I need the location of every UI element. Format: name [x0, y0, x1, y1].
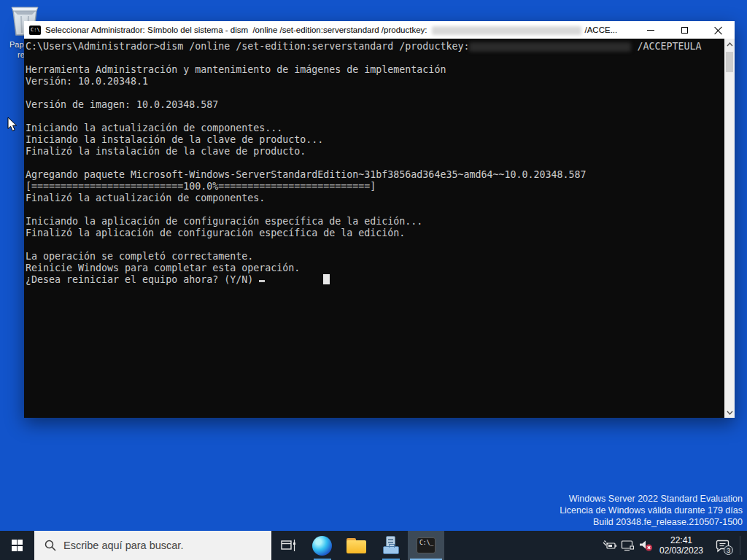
tray-divider	[740, 536, 740, 555]
console-screen[interactable]: C:\Users\Administrador>dism /online /set…	[24, 39, 735, 418]
cmd-icon: C:\.	[29, 26, 41, 35]
maximize-icon	[681, 27, 688, 34]
search-placeholder: Escribe aquí para buscar.	[63, 540, 183, 551]
edge-icon	[312, 536, 332, 556]
clock-date: 02/03/2023	[655, 545, 708, 556]
taskbar: Escribe aquí para buscar.	[0, 531, 747, 560]
network-status-button[interactable]	[619, 531, 637, 560]
windows-logo-icon	[12, 540, 23, 551]
cmd-window: C:\. Seleccionar Administrador: Símbolo …	[24, 21, 735, 418]
minimize-icon	[647, 30, 654, 31]
search-icon	[44, 540, 56, 551]
taskbar-clock[interactable]: 22:41 02/03/2023	[655, 535, 708, 556]
mouse-cursor	[7, 117, 20, 135]
chevron-down-icon	[727, 411, 733, 415]
server-manager-icon	[382, 536, 400, 556]
taskbar-item-file-explorer[interactable]	[339, 531, 374, 560]
system-tray: 22:41 02/03/2023 3	[600, 531, 747, 560]
block-cursor	[323, 274, 330, 284]
notification-count-badge: 3	[724, 545, 733, 555]
taskbar-item-cmd-active[interactable]: C:\_	[408, 531, 444, 560]
cmd-titlebar[interactable]: C:\. Seleccionar Administrador: Símbolo …	[24, 21, 735, 39]
window-controls	[634, 21, 735, 39]
watermark-build: Build 20348.fe_release.210507-1500	[560, 516, 743, 528]
power-status-button[interactable]	[600, 531, 619, 560]
scrollbar-thumb[interactable]	[726, 52, 733, 72]
cmd-taskbar-icon: C:\_	[417, 537, 436, 553]
prompt-command-suffix: /ACCEPTEULA	[631, 41, 701, 52]
start-button[interactable]	[0, 531, 34, 560]
battery-plug-icon	[603, 540, 617, 551]
clock-time: 22:41	[655, 535, 708, 545]
network-icon	[621, 540, 635, 551]
desktop: Pap re Windows Server 2022 Standard Eval…	[0, 0, 747, 560]
taskbar-item-server-manager[interactable]	[374, 531, 408, 560]
close-button[interactable]	[701, 21, 735, 39]
close-icon	[714, 26, 722, 34]
taskbar-item-edge[interactable]	[305, 531, 339, 560]
question-text: ¿Desea reiniciar el equipo ahora? (Y/N)	[26, 274, 259, 285]
scroll-up-button[interactable]	[724, 39, 735, 50]
maximize-button[interactable]	[667, 21, 701, 39]
window-title: Seleccionar Administrador: Símbolo del s…	[45, 26, 427, 34]
license-watermark: Windows Server 2022 Standard Evaluation …	[560, 493, 743, 528]
console-question-line: ¿Desea reiniciar el equipo ahora? (Y/N)	[26, 274, 723, 286]
text-cursor	[259, 280, 265, 282]
search-box[interactable]: Escribe aquí para buscar.	[34, 531, 271, 560]
minimize-button[interactable]	[634, 21, 667, 39]
watermark-edition: Windows Server 2022 Standard Evaluation	[560, 493, 743, 505]
file-explorer-icon	[347, 538, 366, 553]
recycle-bin-label-line1: Pap	[9, 40, 24, 50]
console-output: Herramienta Administración y mantenimien…	[26, 52, 723, 274]
task-view-icon	[279, 537, 297, 553]
redacted-product-key-title	[432, 26, 581, 35]
watermark-license: Licencia de Windows válida durante 179 d…	[560, 505, 743, 516]
scroll-down-button[interactable]	[724, 407, 735, 418]
volume-button[interactable]	[637, 531, 655, 560]
prompt-command: C:\Users\Administrador>dism /online /set…	[26, 41, 469, 52]
redacted-product-key-console	[469, 42, 631, 52]
task-view-button[interactable]	[271, 531, 305, 560]
action-center-button[interactable]: 3	[708, 531, 738, 560]
console-prompt-line: C:\Users\Administrador>dism /online /set…	[26, 41, 723, 52]
console-scrollbar[interactable]	[724, 39, 735, 418]
window-title-suffix: /ACCE...	[585, 26, 618, 34]
chevron-up-icon	[727, 42, 733, 47]
speaker-muted-icon	[638, 539, 654, 552]
